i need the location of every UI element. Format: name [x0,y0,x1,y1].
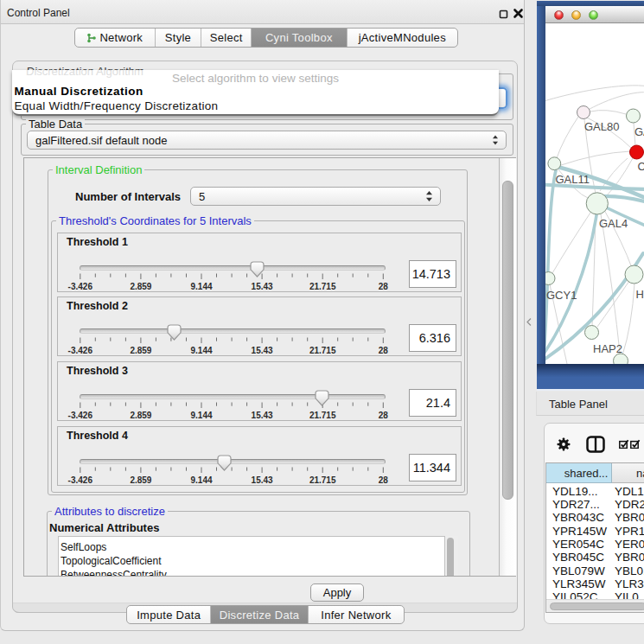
svg-text:GAL4: GAL4 [599,217,628,230]
svg-text:GCY1: GCY1 [546,289,577,302]
svg-text:HAP2: HAP2 [593,342,622,355]
svg-text:C: C [638,160,644,173]
svg-text:GAL80: GAL80 [584,120,619,133]
svg-text:GAL11: GAL11 [556,173,590,186]
svg-text:H: H [636,288,644,301]
svg-text:GA: GA [634,125,644,138]
